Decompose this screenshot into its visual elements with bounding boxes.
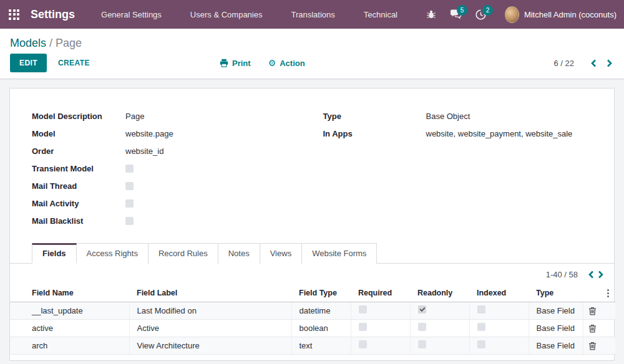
menu-users-companies[interactable]: Users & Companies — [190, 10, 263, 19]
app-name[interactable]: Settings — [31, 8, 75, 21]
action-menu[interactable]: ⚙ Action — [268, 59, 305, 68]
apps-menu-icon[interactable] — [9, 9, 19, 20]
readonly-checkbox[interactable] — [418, 340, 426, 348]
column-field-label[interactable]: Field Label — [129, 285, 291, 302]
cell-field-name[interactable]: __last_update — [10, 302, 129, 319]
edit-button[interactable]: EDIT — [10, 54, 47, 72]
required-checkbox[interactable] — [359, 340, 367, 348]
tab-record-rules[interactable]: Record Rules — [149, 243, 218, 264]
mail-blacklist-checkbox[interactable] — [125, 217, 134, 225]
cell-field-name[interactable]: arch — [10, 337, 129, 354]
indexed-checkbox[interactable] — [477, 323, 485, 331]
user-menu[interactable]: Mitchell Admin (coconuts) — [524, 10, 617, 19]
pager-next-button[interactable] — [605, 58, 614, 69]
indexed-checkbox[interactable] — [477, 340, 485, 348]
indexed-checkbox[interactable] — [477, 305, 485, 314]
tab-fields[interactable]: Fields — [32, 243, 77, 264]
column-required[interactable]: Required — [351, 285, 410, 302]
cell-required — [351, 319, 410, 337]
tab-notes[interactable]: Notes — [218, 243, 260, 264]
cell-indexed — [469, 337, 529, 354]
breadcrumb-current: Page — [56, 37, 82, 49]
cell-required — [351, 337, 410, 354]
chevron-right-icon — [597, 271, 604, 279]
cell-required — [351, 302, 410, 319]
cell-field-label[interactable]: Active — [129, 319, 291, 337]
mail-activity-checkbox[interactable] — [125, 199, 134, 208]
field-value: website_id — [125, 146, 163, 156]
menu-general-settings[interactable]: General Settings — [101, 10, 162, 19]
cell-type[interactable]: Base Field — [529, 302, 583, 319]
column-field-type[interactable]: Field Type — [291, 285, 351, 302]
tab-access-rights[interactable]: Access Rights — [77, 243, 149, 264]
transient-model-checkbox[interactable] — [125, 165, 134, 173]
print-menu[interactable]: Print — [220, 59, 251, 68]
tab-views[interactable]: Views — [260, 243, 302, 264]
table-row[interactable]: arch View Architecture text Base Field — [10, 337, 615, 354]
required-checkbox[interactable] — [359, 305, 367, 314]
cell-field-type[interactable]: text — [291, 337, 351, 354]
trash-icon — [588, 342, 597, 350]
column-field-name[interactable]: Field Name — [10, 285, 129, 302]
delete-row-button[interactable] — [588, 307, 597, 315]
cell-indexed — [469, 319, 529, 337]
cell-action — [583, 302, 615, 319]
printer-icon — [220, 59, 228, 67]
form-sheet: Model Description Page Model website.pag… — [9, 88, 615, 361]
gear-icon: ⚙ — [268, 59, 276, 67]
field-label: Type — [323, 112, 426, 121]
field-label: Transient Model — [32, 164, 125, 173]
chevron-right-icon — [606, 59, 613, 67]
breadcrumb: Models / Page — [0, 29, 624, 51]
notebook-tabs: Fields Access Rights Record Rules Notes … — [10, 243, 614, 264]
field-transient-model: Transient Model — [32, 160, 323, 177]
activities-menu[interactable]: 2 — [475, 9, 486, 20]
mail-thread-checkbox[interactable] — [125, 182, 134, 190]
debug-bug-icon[interactable] — [426, 9, 436, 19]
table-row[interactable]: __last_update Last Modified on datetime … — [10, 302, 615, 319]
field-type: Type Base Object — [323, 107, 615, 125]
fields-pager-previous-button[interactable] — [587, 269, 596, 280]
print-label: Print — [232, 59, 251, 68]
create-button[interactable]: CREATE — [58, 59, 90, 67]
table-row[interactable]: active Active boolean Base Field — [10, 319, 615, 337]
column-options — [583, 285, 615, 302]
cell-field-label[interactable]: Last Modified on — [129, 302, 291, 319]
fields-list-pager: 1-40 / 58 — [10, 264, 614, 285]
cell-type[interactable]: Base Field — [529, 337, 583, 354]
fields-pager-value: 1-40 / 58 — [546, 270, 578, 279]
field-label: Mail Blacklist — [32, 216, 125, 226]
column-type[interactable]: Type — [529, 285, 583, 302]
readonly-checkbox[interactable] — [418, 323, 426, 331]
field-value: website.page — [125, 129, 173, 138]
cell-field-type[interactable]: datetime — [291, 302, 351, 319]
messages-menu[interactable]: 5 — [450, 9, 462, 19]
fields-pager-next-button[interactable] — [596, 269, 605, 280]
field-label: Order — [32, 146, 125, 156]
column-readonly[interactable]: Readonly — [410, 285, 469, 302]
cell-field-label[interactable]: View Architecture — [129, 337, 291, 354]
delete-row-button[interactable] — [588, 342, 597, 350]
readonly-checkbox[interactable] — [418, 305, 426, 314]
breadcrumb-separator: / — [46, 37, 56, 49]
cell-field-name[interactable]: active — [10, 319, 129, 337]
cell-type[interactable]: Base Field — [529, 319, 583, 337]
cell-field-type[interactable]: boolean — [291, 319, 351, 337]
field-label: Model Description — [32, 112, 125, 121]
tab-website-forms[interactable]: Website Forms — [302, 243, 377, 264]
delete-row-button[interactable] — [588, 324, 597, 333]
menu-technical[interactable]: Technical — [364, 10, 397, 19]
user-avatar[interactable] — [505, 6, 519, 23]
optional-columns-icon[interactable] — [605, 288, 612, 299]
top-navbar: Settings General Settings Users & Compan… — [0, 0, 624, 29]
column-indexed[interactable]: Indexed — [469, 285, 529, 302]
pager-previous-button[interactable] — [589, 58, 598, 69]
cell-readonly — [410, 337, 469, 354]
form-left-column: Model Description Page Model website.pag… — [32, 107, 323, 229]
model-form: Model Description Page Model website.pag… — [32, 107, 614, 229]
breadcrumb-models-link[interactable]: Models — [10, 37, 46, 49]
required-checkbox[interactable] — [359, 323, 367, 331]
menu-translations[interactable]: Translations — [291, 10, 334, 19]
field-label: In Apps — [323, 129, 426, 138]
messages-badge: 5 — [457, 5, 467, 16]
